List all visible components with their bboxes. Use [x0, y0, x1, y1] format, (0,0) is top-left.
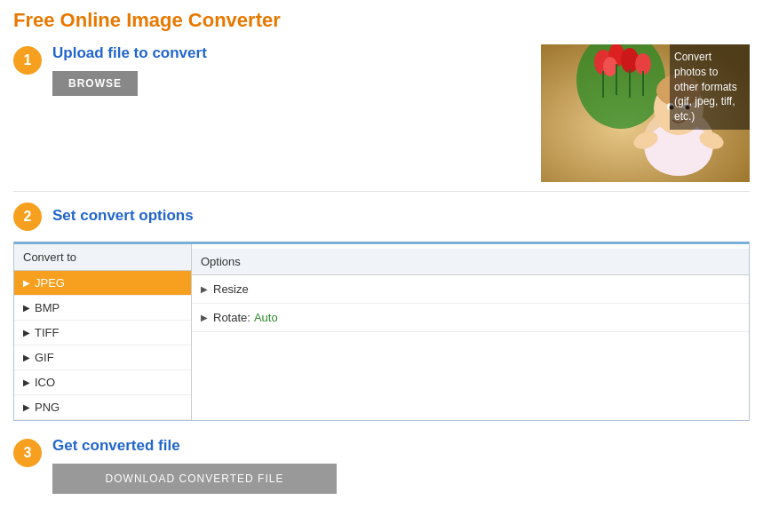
page-title: Free Online Image Converter — [13, 9, 750, 32]
options-panel: Options ▶ Resize ▶ Rotate: Auto — [192, 244, 749, 420]
svg-rect-11 — [642, 71, 644, 96]
step1-title: Upload file to convert — [52, 44, 523, 62]
convert-to-header: Convert to — [14, 244, 191, 271]
format-panel: Convert to ▶ JPEG ▶ BMP ▶ TIFF — [14, 244, 192, 420]
options-layout: Convert to ▶ JPEG ▶ BMP ▶ TIFF — [14, 244, 749, 420]
svg-rect-8 — [602, 71, 604, 98]
format-label-gif: GIF — [35, 351, 54, 364]
step1-badge: 1 — [13, 46, 42, 75]
step2-header: 2 Set convert options — [13, 201, 194, 231]
rotate-value: Auto — [254, 311, 278, 324]
svg-rect-9 — [616, 64, 617, 95]
format-label-png: PNG — [35, 401, 60, 414]
step3-section: 3 Get converted file DOWNLOAD CONVERTED … — [13, 437, 750, 494]
options-header: Options — [192, 249, 749, 275]
format-item-bmp[interactable]: ▶ BMP — [14, 296, 191, 321]
browse-button[interactable]: BROWSE — [52, 71, 138, 96]
arrow-png: ▶ — [23, 402, 30, 412]
format-label-bmp: BMP — [35, 301, 60, 314]
rotate-label: Rotate: — [213, 311, 250, 324]
promo-overlay-text: Convert photos to other formats (gif, jp… — [670, 44, 750, 130]
rotate-arrow-icon: ▶ — [201, 313, 208, 322]
arrow-tiff: ▶ — [23, 328, 30, 337]
format-label-jpeg: JPEG — [35, 276, 65, 290]
svg-point-7 — [603, 57, 617, 76]
format-item-ico[interactable]: ▶ ICO — [14, 370, 191, 395]
step2-title: Set convert options — [52, 207, 194, 225]
step1-content: Upload file to convert BROWSE — [52, 44, 750, 182]
upload-left: Upload file to convert BROWSE — [52, 44, 523, 96]
svg-rect-10 — [629, 69, 631, 98]
format-item-tiff[interactable]: ▶ TIFF — [14, 321, 191, 345]
arrow-bmp: ▶ — [23, 303, 30, 313]
rotate-option[interactable]: ▶ Rotate: Auto — [192, 304, 749, 332]
format-item-jpeg[interactable]: ▶ JPEG — [14, 271, 191, 296]
format-item-png[interactable]: ▶ PNG — [14, 395, 191, 420]
format-item-gif[interactable]: ▶ GIF — [14, 345, 191, 370]
format-label-tiff: TIFF — [35, 326, 59, 339]
promo-image: Convert photos to other formats (gif, jp… — [541, 44, 750, 182]
resize-label: Resize — [213, 282, 249, 296]
step3-title: Get converted file — [52, 437, 750, 455]
convert-options-panel: Convert to ▶ JPEG ▶ BMP ▶ TIFF — [13, 242, 750, 421]
step3-badge: 3 — [13, 439, 42, 467]
divider1 — [13, 191, 750, 192]
arrow-gif: ▶ — [23, 353, 30, 362]
step3-content: Get converted file DOWNLOAD CONVERTED FI… — [52, 437, 750, 494]
step1-section: 1 Upload file to convert BROWSE — [13, 44, 750, 182]
step2-badge: 2 — [13, 202, 42, 231]
step2-section: 2 Set convert options Convert to ▶ JPEG … — [13, 201, 750, 421]
format-label-ico: ICO — [35, 376, 55, 389]
format-list: ▶ JPEG ▶ BMP ▶ TIFF ▶ GIF — [14, 271, 191, 420]
download-button[interactable]: DOWNLOAD CONVERTED FILE — [52, 464, 337, 494]
arrow-ico: ▶ — [23, 377, 30, 387]
resize-arrow-icon: ▶ — [201, 284, 208, 294]
resize-option[interactable]: ▶ Resize — [192, 275, 749, 304]
arrow-jpeg: ▶ — [23, 278, 30, 288]
